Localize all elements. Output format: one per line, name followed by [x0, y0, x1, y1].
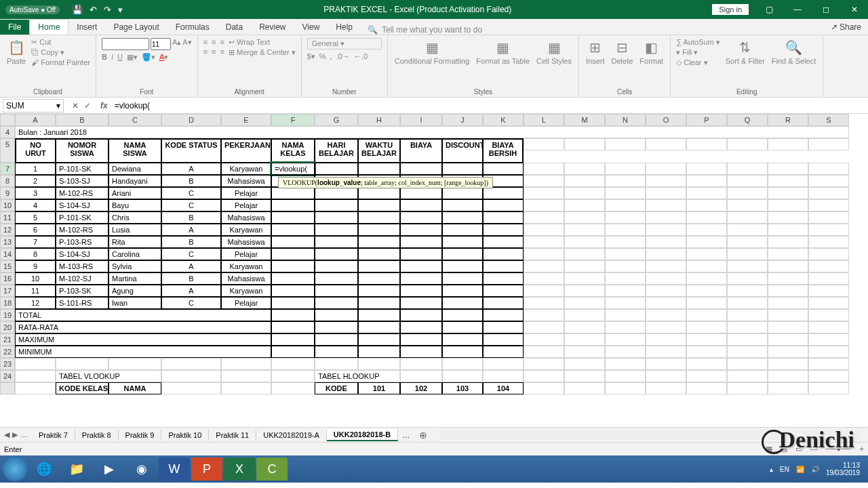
- cell[interactable]: [483, 309, 524, 321]
- col-header-H[interactable]: H: [358, 114, 400, 126]
- cell[interactable]: [564, 248, 605, 260]
- cell[interactable]: [605, 309, 646, 321]
- tab-formulas[interactable]: Formulas: [167, 20, 218, 35]
- align-top-icon[interactable]: ≡: [203, 38, 208, 46]
- cell[interactable]: [646, 187, 686, 199]
- zoom-slider[interactable]: ──●──: [826, 445, 852, 453]
- cell[interactable]: [605, 138, 646, 150]
- cell[interactable]: [315, 211, 358, 224]
- cell[interactable]: [400, 321, 442, 333]
- cell[interactable]: [808, 163, 849, 175]
- cell[interactable]: [646, 321, 686, 333]
- cell[interactable]: [727, 138, 768, 150]
- cell[interactable]: M-102-SJ: [56, 272, 108, 285]
- cell[interactable]: [605, 163, 646, 175]
- cell[interactable]: [605, 358, 646, 370]
- sheet-tab[interactable]: Praktik 8: [75, 430, 119, 441]
- tab-home[interactable]: Home: [29, 19, 68, 35]
- cell[interactable]: Martina: [108, 272, 161, 285]
- copy-button[interactable]: ⿻ Copy ▾: [31, 48, 90, 57]
- cell[interactable]: [358, 187, 400, 199]
- cell[interactable]: C: [161, 187, 221, 199]
- row-header[interactable]: 18: [0, 297, 15, 309]
- cell[interactable]: [400, 199, 442, 211]
- cell[interactable]: C: [161, 248, 221, 260]
- cell[interactable]: [605, 321, 646, 333]
- cell[interactable]: [483, 297, 524, 309]
- cell[interactable]: [686, 211, 727, 224]
- start-button[interactable]: [3, 457, 27, 481]
- sheet-tab-active[interactable]: UKK20182018-B: [327, 429, 398, 441]
- cell[interactable]: [808, 224, 849, 236]
- cell-editing[interactable]: [271, 248, 315, 260]
- cell[interactable]: [605, 175, 646, 187]
- lang-indicator[interactable]: EN: [780, 466, 789, 473]
- align-right-icon[interactable]: ≡: [220, 47, 224, 56]
- cell[interactable]: [808, 260, 849, 272]
- font-name-input[interactable]: [102, 38, 149, 50]
- row-header[interactable]: 19: [0, 309, 15, 321]
- cell[interactable]: [271, 321, 315, 333]
- bold-button[interactable]: B: [102, 53, 107, 62]
- cell[interactable]: [400, 297, 442, 309]
- cell[interactable]: [768, 175, 808, 187]
- maximize-icon[interactable]: ◻: [812, 0, 840, 19]
- cell[interactable]: [442, 163, 483, 175]
- formula-input[interactable]: [112, 101, 868, 110]
- cell[interactable]: [686, 224, 727, 236]
- cell[interactable]: [442, 211, 483, 224]
- cell[interactable]: [808, 138, 849, 150]
- align-left-icon[interactable]: ≡: [203, 47, 208, 56]
- cell[interactable]: [564, 358, 605, 370]
- cell[interactable]: [400, 333, 442, 346]
- cell[interactable]: [768, 187, 808, 199]
- cell[interactable]: [686, 163, 727, 175]
- cell[interactable]: [400, 346, 442, 358]
- cell[interactable]: [686, 175, 727, 187]
- row-header[interactable]: 22: [0, 346, 15, 358]
- cell[interactable]: [315, 346, 358, 358]
- chevron-down-icon[interactable]: ▾: [56, 101, 60, 110]
- cell[interactable]: [808, 248, 849, 260]
- cell[interactable]: [358, 224, 400, 236]
- col-header-Q[interactable]: Q: [727, 114, 768, 126]
- cut-button[interactable]: ✂ Cut: [31, 38, 90, 47]
- cell[interactable]: P-101-SK: [56, 163, 108, 175]
- cell[interactable]: [768, 370, 808, 382]
- number-format-select[interactable]: General ▾: [307, 38, 382, 49]
- cell[interactable]: [605, 248, 646, 260]
- cell[interactable]: [483, 199, 524, 211]
- cell[interactable]: [442, 260, 483, 272]
- col-header-F[interactable]: F: [271, 114, 315, 126]
- cell[interactable]: [483, 248, 524, 260]
- cell[interactable]: [358, 211, 400, 224]
- camtasia-icon[interactable]: C: [256, 458, 288, 481]
- cell[interactable]: [161, 358, 221, 370]
- cell[interactable]: [524, 260, 564, 272]
- merge-center-button[interactable]: ⊞ Merge & Center ▾: [229, 48, 296, 57]
- col-header-O[interactable]: O: [646, 114, 686, 126]
- tell-me-search[interactable]: 🔍Tell me what you want to do: [368, 25, 482, 35]
- tab-help[interactable]: Help: [328, 20, 361, 35]
- cell[interactable]: [315, 358, 358, 370]
- cell[interactable]: [808, 321, 849, 333]
- cell[interactable]: [358, 358, 400, 370]
- cell[interactable]: [808, 358, 849, 370]
- save-icon[interactable]: 💾: [72, 5, 83, 15]
- cell[interactable]: [768, 248, 808, 260]
- cell[interactable]: [727, 187, 768, 199]
- cell[interactable]: MINIMUM: [15, 346, 271, 358]
- cell[interactable]: [605, 224, 646, 236]
- cell[interactable]: S-101-RS: [56, 297, 108, 309]
- cell[interactable]: [808, 199, 849, 211]
- conditional-formatting-button[interactable]: ▦Conditional Formatting: [393, 38, 471, 66]
- align-center-icon[interactable]: ≡: [212, 47, 216, 56]
- cell[interactable]: [768, 297, 808, 309]
- cell[interactable]: 1: [15, 163, 56, 175]
- row-header[interactable]: 16: [0, 272, 15, 285]
- cell[interactable]: [483, 236, 524, 248]
- cell[interactable]: [524, 211, 564, 224]
- cell[interactable]: [221, 358, 271, 370]
- cell[interactable]: [808, 346, 849, 358]
- cell[interactable]: [315, 163, 358, 175]
